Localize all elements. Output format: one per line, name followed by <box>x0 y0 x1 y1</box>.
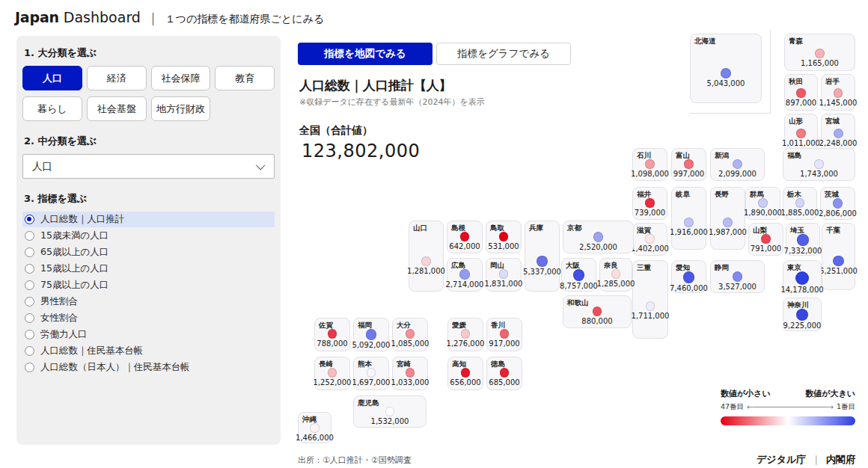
prefecture-tile-山形[interactable]: 山形1,011,000 <box>784 114 818 151</box>
indicator-option-1[interactable]: 人口総数｜人口推計 <box>22 212 275 227</box>
prefecture-tile-山口[interactable]: 山口1,281,000 <box>409 221 444 292</box>
indicator-option-9[interactable]: 人口総数｜住民基本台帳 <box>22 343 275 359</box>
prefecture-value: 2,520,000 <box>579 243 617 253</box>
prefecture-tile-広島[interactable]: 広島2,714,000 <box>447 258 483 292</box>
category-button-6[interactable]: 社会基盤 <box>87 96 147 121</box>
value-circle <box>593 232 603 241</box>
prefecture-tile-愛知[interactable]: 愛知7,460,000 <box>671 260 706 293</box>
prefecture-name: 奈良 <box>602 262 618 269</box>
value-circle <box>796 309 808 321</box>
value-circle <box>593 307 602 315</box>
prefecture-tile-兵庫[interactable]: 兵庫5,337,000 <box>525 221 560 292</box>
prefecture-tile-長野[interactable]: 長野1,987,000 <box>710 187 745 250</box>
prefecture-name: 石川 <box>635 152 651 159</box>
category-button-3[interactable]: 社会保障 <box>151 66 211 90</box>
prefecture-tile-青森[interactable]: 青森1,165,000 <box>784 34 855 71</box>
prefecture-value: 1,697,000 <box>352 378 391 388</box>
prefecture-name: 福島 <box>785 152 801 159</box>
prefecture-value: 6,251,000 <box>819 267 858 277</box>
indicator-option-label: 15歳未満の人口 <box>40 230 109 242</box>
indicator-option-4[interactable]: 15歳以上の人口 <box>22 261 275 277</box>
prefecture-name: 宮崎 <box>394 360 411 368</box>
prefecture-tile-千葉[interactable]: 千葉6,251,000 <box>822 223 855 290</box>
indicator-option-label: 労働力人口 <box>40 328 88 341</box>
prefecture-tile-山梨[interactable]: 山梨791,000 <box>748 223 783 256</box>
prefecture-tile-鹿児島[interactable]: 鹿児島1,532,000 <box>353 395 427 428</box>
prefecture-tile-熊本[interactable]: 熊本1,697,000 <box>353 357 389 390</box>
value-circle <box>733 159 742 169</box>
prefecture-tile-岐阜[interactable]: 岐阜1,916,000 <box>671 187 706 250</box>
indicator-option-6[interactable]: 男性割合 <box>22 294 275 310</box>
prefecture-tile-北海道[interactable]: 北海道5,043,000 <box>690 34 762 103</box>
prefecture-tile-和歌山[interactable]: 和歌山880,000 <box>563 295 632 328</box>
value-circle <box>684 159 693 168</box>
value-circle <box>328 329 337 338</box>
value-circle <box>833 198 843 208</box>
prefecture-tile-高知[interactable]: 高知656,000 <box>447 357 483 390</box>
prefecture-tile-三重[interactable]: 三重1,711,000 <box>632 260 668 339</box>
prefecture-tile-秋田[interactable]: 秋田897,000 <box>784 74 818 111</box>
prefecture-tile-栃木[interactable]: 栃木1,885,000 <box>783 187 817 220</box>
prefecture-tile-滋賀[interactable]: 滋賀1,402,000 <box>632 223 667 256</box>
prefecture-tile-福岡[interactable]: 福岡5,092,000 <box>353 318 389 351</box>
category-button-2[interactable]: 経済 <box>87 66 147 90</box>
prefecture-value: 791,000 <box>751 244 781 254</box>
prefecture-tile-東京[interactable]: 東京14,178,000 <box>783 260 822 293</box>
indicator-option-2[interactable]: 15歳未満の人口 <box>22 228 275 244</box>
prefecture-name: 鳥取 <box>488 224 504 232</box>
prefecture-tile-鳥取[interactable]: 鳥取531,000 <box>486 221 522 253</box>
prefecture-name: 愛媛 <box>450 321 466 329</box>
prefecture-name: 岐阜 <box>673 191 690 198</box>
prefecture-tile-宮城[interactable]: 宮城2,248,000 <box>821 114 855 151</box>
indicator-option-10[interactable]: 人口総数（日本人）｜住民基本台帳 <box>22 360 275 375</box>
prefecture-tile-奈良[interactable]: 奈良1,285,000 <box>599 258 632 292</box>
category-button-5[interactable]: 暮らし <box>22 96 82 121</box>
prefecture-tile-愛媛[interactable]: 愛媛1,276,000 <box>447 318 483 351</box>
prefecture-tile-島根[interactable]: 島根642,000 <box>447 221 483 253</box>
prefecture-tile-福井[interactable]: 福井739,000 <box>632 187 667 220</box>
color-scale-legend: 数値が小さい 数値が大きい 47番目 ←→ 1番目 <box>721 388 855 425</box>
prefecture-tile-長崎[interactable]: 長崎1,252,000 <box>314 357 350 390</box>
value-circle <box>406 368 415 377</box>
prefecture-tile-茨城[interactable]: 茨城2,806,000 <box>820 187 855 220</box>
prefecture-tile-新潟[interactable]: 新潟2,099,000 <box>710 148 765 181</box>
prefecture-name: 群馬 <box>748 191 764 198</box>
prefecture-tile-岩手[interactable]: 岩手1,145,000 <box>821 74 855 111</box>
prefecture-tile-群馬[interactable]: 群馬1,890,000 <box>745 187 780 220</box>
prefecture-tile-福島[interactable]: 福島1,743,000 <box>783 148 855 181</box>
prefecture-tile-徳島[interactable]: 徳島685,000 <box>486 357 522 390</box>
tab-map-view[interactable]: 指標を地図でみる <box>298 43 433 65</box>
prefecture-tile-神奈川[interactable]: 神奈川9,225,000 <box>783 298 822 331</box>
category-button-4[interactable]: 教育 <box>215 66 275 90</box>
prefecture-tile-岡山[interactable]: 岡山1,831,000 <box>486 258 522 292</box>
indicator-option-8[interactable]: 労働力人口 <box>22 327 275 342</box>
indicator-option-7[interactable]: 女性割合 <box>22 310 275 326</box>
value-circle <box>795 198 805 208</box>
value-circle <box>815 49 825 58</box>
prefecture-tile-富山[interactable]: 富山997,000 <box>671 148 706 181</box>
category-button-1[interactable]: 人口 <box>22 66 82 90</box>
prefecture-tile-沖縄[interactable]: 沖縄1,466,000 <box>298 412 331 443</box>
prefecture-name: 静岡 <box>712 264 729 271</box>
prefecture-tile-宮崎[interactable]: 宮崎1,033,000 <box>392 357 428 390</box>
indicator-option-5[interactable]: 75歳以上の人口 <box>22 277 275 293</box>
prefecture-name: 富山 <box>673 152 690 159</box>
prefecture-name: 岡山 <box>488 262 504 269</box>
prefecture-tile-大分[interactable]: 大分1,085,000 <box>392 318 428 351</box>
page-subtitle: １つの指標を都道府県ごとにみる <box>165 13 325 26</box>
prefecture-tile-京都[interactable]: 京都2,520,000 <box>563 221 634 253</box>
prefecture-tile-大阪[interactable]: 大阪8,757,000 <box>561 258 596 292</box>
prefecture-tile-静岡[interactable]: 静岡3,527,000 <box>710 260 765 293</box>
subcategory-select[interactable]: 人口 <box>22 154 275 179</box>
prefecture-name: 愛知 <box>673 264 690 271</box>
prefecture-name: 香川 <box>489 321 505 329</box>
prefecture-tile-佐賀[interactable]: 佐賀788,000 <box>314 318 350 351</box>
prefecture-tile-香川[interactable]: 香川917,000 <box>486 318 522 351</box>
prefecture-name: 東京 <box>785 264 801 271</box>
prefecture-tile-石川[interactable]: 石川1,098,000 <box>632 148 667 181</box>
prefecture-tile-埼玉[interactable]: 埼玉7,332,000 <box>786 223 820 256</box>
indicator-option-3[interactable]: 65歳以上の人口 <box>22 244 275 260</box>
prefecture-value: 642,000 <box>449 242 480 252</box>
tab-graph-view[interactable]: 指標をグラフでみる <box>436 43 571 65</box>
category-button-7[interactable]: 地方行財政 <box>151 96 211 121</box>
